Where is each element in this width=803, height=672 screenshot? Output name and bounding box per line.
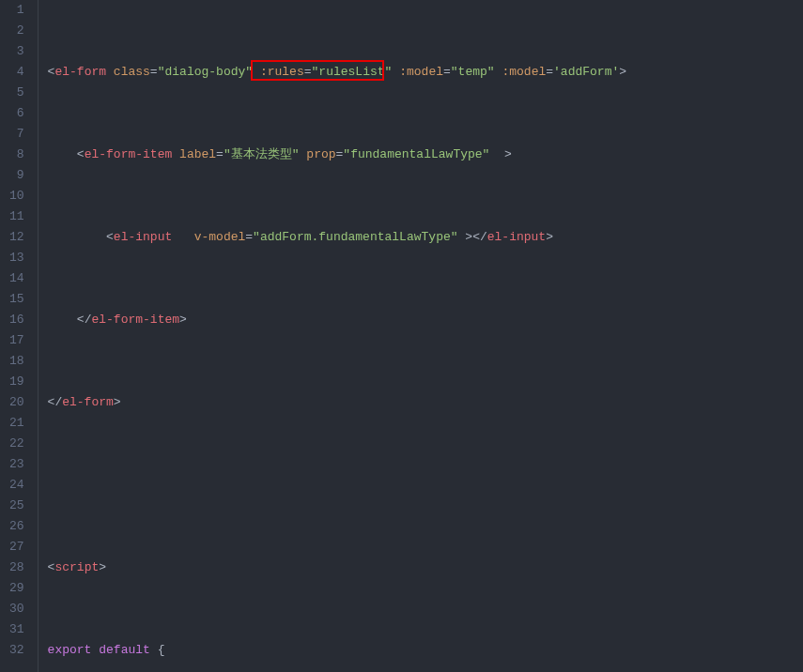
- code-line[interactable]: [48, 475, 803, 496]
- code-line[interactable]: </el-form>: [48, 392, 803, 413]
- line-number: 19: [9, 372, 24, 392]
- line-number: 5: [9, 83, 24, 103]
- line-number: 7: [9, 124, 24, 145]
- line-number: 26: [9, 516, 24, 537]
- line-number: 3: [9, 41, 24, 62]
- line-number: 21: [9, 413, 24, 434]
- line-number: 14: [9, 268, 24, 289]
- line-number: 11: [9, 206, 24, 227]
- line-number: 25: [9, 496, 24, 516]
- line-number: 23: [9, 454, 24, 475]
- line-gutter: 1 2 3 4 5 6 7 8 9 10 11 12 13 14 15 16 1…: [0, 0, 39, 672]
- code-editor: 1 2 3 4 5 6 7 8 9 10 11 12 13 14 15 16 1…: [0, 0, 803, 672]
- line-number: 27: [9, 537, 24, 557]
- line-number: 16: [9, 310, 24, 330]
- line-number: 4: [9, 62, 24, 83]
- line-number: 8: [9, 145, 24, 165]
- line-number: 22: [9, 434, 24, 454]
- line-number: 2: [9, 21, 24, 41]
- line-number: 24: [9, 475, 24, 496]
- line-number: 9: [9, 165, 24, 186]
- code-line[interactable]: <script>: [48, 557, 803, 578]
- line-number: 28: [9, 557, 24, 578]
- line-number: 18: [9, 351, 24, 372]
- line-number: 6: [9, 103, 24, 124]
- line-number: 29: [9, 578, 24, 599]
- line-number: 32: [9, 640, 24, 661]
- line-number: 12: [9, 227, 24, 248]
- code-line[interactable]: <el-form-item label="基本法类型" prop="fundam…: [48, 145, 803, 165]
- line-number: 10: [9, 186, 24, 206]
- line-number: 31: [9, 619, 24, 640]
- code-line[interactable]: </el-form-item>: [48, 310, 803, 330]
- line-number: 30: [9, 599, 24, 619]
- line-number: 17: [9, 330, 24, 351]
- code-line[interactable]: <el-form class="dialog-body" :rules="rul…: [48, 62, 803, 83]
- line-number: 13: [9, 248, 24, 268]
- line-number: 20: [9, 392, 24, 413]
- code-area[interactable]: <el-form class="dialog-body" :rules="rul…: [39, 0, 803, 672]
- code-line[interactable]: <el-input v-model="addForm.fundamentalLa…: [48, 227, 803, 248]
- code-line[interactable]: export default {: [48, 640, 803, 661]
- line-number: 1: [9, 0, 24, 21]
- line-number: 15: [9, 289, 24, 310]
